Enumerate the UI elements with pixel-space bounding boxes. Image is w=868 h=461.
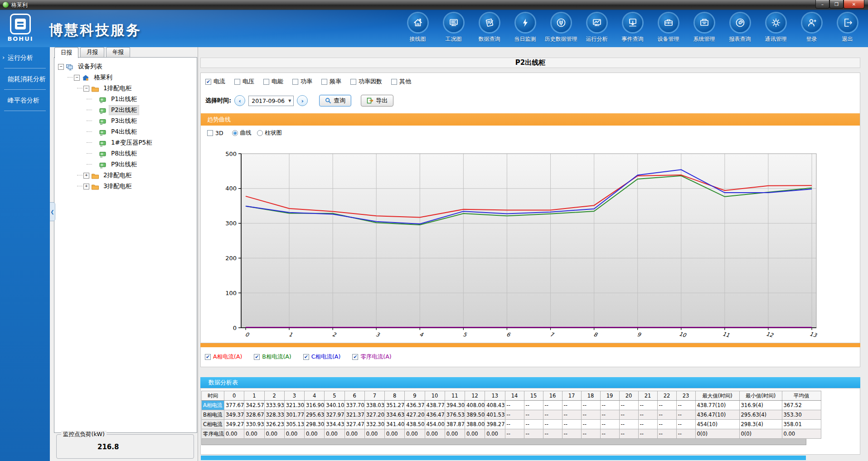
logo-text: BOHUI [7,35,34,42]
prev-day-button[interactable]: ‹ [234,95,245,106]
value-cell: 316.90 [305,401,325,410]
tree-expander-minus[interactable]: − [83,86,89,92]
tree-item-label: P8出线柜 [109,149,139,158]
checkbox-icon [234,79,240,85]
tab-2[interactable]: 月报 [80,47,104,57]
toolbar-item-1[interactable]: 接线图 [400,13,436,43]
filter-6[interactable]: 功率因数 [350,78,382,86]
cabinet-icon [99,107,107,114]
filter-1[interactable]: ✔电流 [205,78,225,86]
toolbar-item-10[interactable]: 报表查询 [722,13,758,43]
checkbox-icon [350,79,356,85]
next-day-button[interactable]: › [297,95,308,106]
value-cell: -- [581,401,600,410]
chart-mode-row: 3D 曲线柱状图 [207,129,287,137]
date-select[interactable]: 2017-09-06 ▼ [248,96,294,106]
table-header-cell: 9 [405,391,425,401]
value-cell: 349.27 [224,420,244,429]
sidebar-item-2[interactable]: 能耗消耗分析 [0,68,50,89]
table-hscrollbar[interactable] [201,439,806,445]
mode-3d-toggle[interactable]: 3D [207,130,223,136]
tree-expander-plus[interactable]: + [83,184,89,189]
toolbar-item-4[interactable]: 当日监测 [507,13,543,43]
query-button[interactable]: 查询 [319,95,351,107]
tree-item[interactable]: −设备列表 [57,61,196,72]
value-cell: 298.30 [305,420,325,429]
row-label-cell[interactable]: C相电流 [202,420,224,429]
tree-item[interactable]: P3出线柜 [57,116,196,126]
tree-item[interactable]: P4出线柜 [57,126,196,137]
tree-item[interactable]: P2出线柜 [57,105,196,116]
toolbar-circle [838,13,857,32]
legend-item-4[interactable]: ✔零序电流(A) [352,353,391,361]
toolbar-item-8[interactable]: 设备管理 [650,13,686,43]
tree-item-label: P1出线柜 [109,95,139,104]
tab-1[interactable]: 日报 [54,47,78,58]
row-label-cell[interactable]: 零序电流 [202,429,224,439]
tree-expander-minus[interactable]: − [58,64,64,70]
tree-expander-plus[interactable]: + [83,173,89,179]
toolbar-item-11[interactable]: 通讯管理 [758,13,794,43]
minimize-button[interactable]: – [815,0,829,9]
filter-2[interactable]: 电压 [234,78,254,86]
value-cell: -- [562,410,581,420]
restore-button[interactable]: ❐ [829,0,844,9]
table-header-cell: 12 [465,391,485,401]
filter-7[interactable]: 其他 [391,78,411,86]
tree-item[interactable]: −格莱利 [57,72,196,83]
checkbox-3d [207,130,213,136]
filter-5[interactable]: 频率 [321,78,341,86]
tree-item[interactable]: P8出线柜 [57,148,196,159]
app-title: 博慧科技服务 [49,21,141,40]
value-cell: -- [543,410,562,420]
tab-3[interactable]: 年报 [106,47,130,57]
sidebar-item-3[interactable]: 峰平谷分析 [0,90,50,111]
table-header-cell: 16 [543,391,562,401]
close-button[interactable]: ✕ [844,0,864,9]
tree-item[interactable]: −1排配电柜 [57,83,196,94]
tree-item[interactable]: +2排配电柜 [57,170,196,181]
system-manage-icon [699,17,710,28]
row-label-cell[interactable]: A相电流 [202,401,224,410]
value-cell: 340.10 [325,401,344,410]
toolbar-item-13[interactable]: 退出 [829,13,865,43]
chart-legend: ✔A相电流(A)✔B相电流(A)✔C相电流(A)✔零序电流(A) [200,347,860,367]
value-cell: 333.93 [264,401,284,410]
wiring-diagram-icon [412,17,423,28]
toolbar-item-12[interactable]: 登录 [794,13,829,43]
row-label-cell[interactable]: B相电流 [202,410,224,420]
svg-text:13: 13 [809,330,818,339]
filter-label: 频率 [330,78,341,86]
value-cell: 438.77 [425,401,445,410]
cabinet-icon [99,129,107,136]
tree-item[interactable]: +3排配电柜 [57,181,196,192]
toolbar-circle [516,13,535,32]
tree-item-label: 1#变压器P5柜 [109,138,154,147]
tree-item[interactable]: 1#变压器P5柜 [57,137,196,148]
sidebar-collapse-handle[interactable]: ❮ [50,202,55,221]
legend-item-1[interactable]: ✔A相电流(A) [205,353,242,361]
toolbar-item-2[interactable]: 工况图 [436,13,471,43]
mode-radio-2[interactable]: 柱状图 [257,129,282,137]
export-button[interactable]: 导出 [361,95,393,107]
toolbar-item-5[interactable]: 历史数据管理 [543,13,579,43]
legend-item-2[interactable]: ✔B相电流(A) [254,353,291,361]
toolbar-item-7[interactable]: 事件查询 [615,13,650,43]
tree-item[interactable]: P1出线柜 [57,94,196,105]
filter-4[interactable]: 功率 [292,78,312,86]
tree-item[interactable]: P9出线柜 [57,159,196,170]
mode-radio-1[interactable]: 曲线 [232,129,252,137]
table-header-cell: 3 [284,391,304,401]
toolbar-item-9[interactable]: 系统管理 [686,13,722,43]
sidebar-item-1[interactable]: ›运行分析 [0,47,50,68]
toolbar-item-3[interactable]: 数据查询 [471,13,507,43]
legend-item-3[interactable]: ✔C相电流(A) [303,353,341,361]
toolbar-item-6[interactable]: 运行分析 [579,13,615,43]
table-header-cell: 11 [445,391,465,401]
value-cell: -- [524,429,543,439]
table-header-cell: 17 [562,391,581,401]
filter-3[interactable]: 电能 [263,78,283,86]
value-cell: -- [638,410,657,420]
max-cell: 0(0) [695,429,739,439]
tree-expander-minus[interactable]: − [74,75,80,81]
